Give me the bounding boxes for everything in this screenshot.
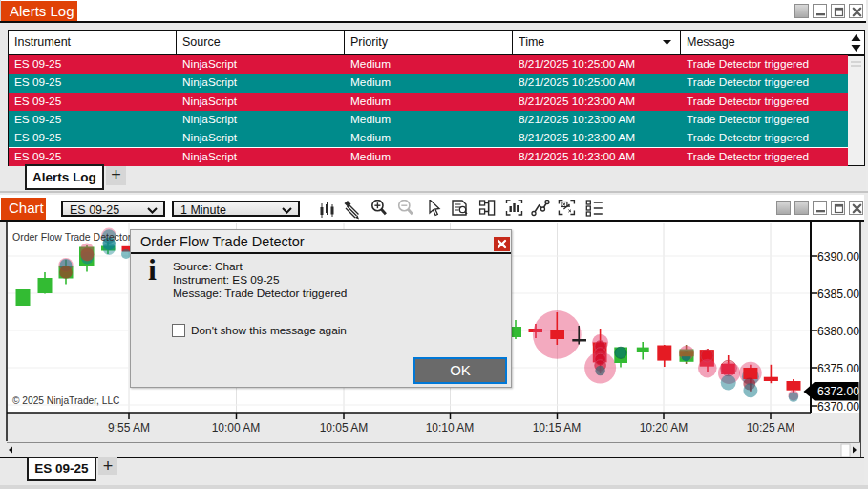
svg-text:6380.00: 6380.00	[817, 325, 859, 338]
svg-text:6390.00: 6390.00	[817, 250, 859, 264]
svg-text:6375.00: 6375.00	[817, 362, 859, 375]
svg-text:6385.00: 6385.00	[817, 287, 859, 301]
svg-text:6372.00: 6372.00	[817, 385, 859, 398]
svg-text:© 2025 NinjaTrader, LLC: © 2025 NinjaTrader, LLC	[12, 395, 119, 406]
svg-text:Order Flow Trade Detector: Order Flow Trade Detector	[12, 231, 132, 243]
svg-text:6370.00: 6370.00	[817, 400, 859, 414]
